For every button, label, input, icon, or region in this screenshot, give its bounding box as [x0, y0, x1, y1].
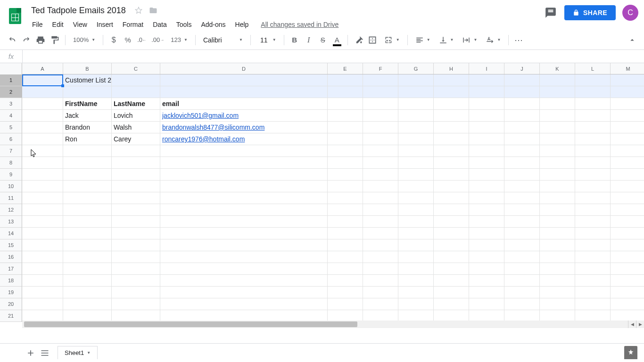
cell-H2[interactable]: [434, 86, 469, 98]
cell-K17[interactable]: [540, 263, 575, 275]
column-header-D[interactable]: D: [160, 63, 328, 74]
cell-F7[interactable]: [363, 145, 398, 157]
menu-addons[interactable]: Add-ons: [197, 19, 229, 30]
share-button[interactable]: SHARE: [564, 5, 616, 20]
cell-C20[interactable]: [112, 298, 160, 310]
cell-B10[interactable]: [63, 181, 112, 192]
cell-E14[interactable]: [328, 228, 363, 239]
cell-D7[interactable]: [160, 145, 328, 157]
text-wrap-button[interactable]: ▼: [458, 33, 481, 47]
cell-K5[interactable]: [540, 122, 575, 133]
cell-G7[interactable]: [398, 145, 434, 157]
cell-E16[interactable]: [328, 251, 363, 263]
cell-K11[interactable]: [540, 192, 575, 204]
cell-A10[interactable]: [22, 181, 63, 192]
paint-format-button[interactable]: [48, 33, 61, 47]
cell-G16[interactable]: [398, 251, 434, 263]
cell-E9[interactable]: [328, 169, 363, 181]
cell-D1[interactable]: [160, 74, 328, 86]
cell-A14[interactable]: [22, 228, 63, 239]
column-header-E[interactable]: E: [328, 63, 363, 74]
font-size-select[interactable]: 11▼: [255, 33, 280, 47]
cell-J14[interactable]: [504, 228, 540, 239]
cell-J20[interactable]: [504, 298, 540, 310]
cell-B15[interactable]: [63, 239, 112, 251]
cell-M18[interactable]: [611, 275, 644, 287]
cell-B17[interactable]: [63, 263, 112, 275]
row-header-12[interactable]: 12: [0, 204, 22, 216]
cell-K18[interactable]: [540, 275, 575, 287]
cell-M13[interactable]: [611, 216, 644, 228]
cell-K2[interactable]: [540, 86, 575, 98]
cell-E11[interactable]: [328, 192, 363, 204]
cell-E17[interactable]: [328, 263, 363, 275]
cell-B11[interactable]: [63, 192, 112, 204]
cell-H10[interactable]: [434, 181, 469, 192]
cell-C13[interactable]: [112, 216, 160, 228]
cell-D2[interactable]: [160, 86, 328, 98]
cell-C10[interactable]: [112, 181, 160, 192]
select-all-corner[interactable]: [0, 63, 22, 74]
cell-M14[interactable]: [611, 228, 644, 239]
cell-A8[interactable]: [22, 157, 63, 169]
cell-M6[interactable]: [611, 133, 644, 145]
cell-D11[interactable]: [160, 192, 328, 204]
cell-I3[interactable]: [469, 98, 504, 110]
cell-L18[interactable]: [575, 275, 611, 287]
save-status[interactable]: All changes saved in Drive: [261, 21, 339, 28]
cell-M16[interactable]: [611, 251, 644, 263]
cell-F10[interactable]: [363, 181, 398, 192]
cell-H7[interactable]: [434, 145, 469, 157]
cell-K7[interactable]: [540, 145, 575, 157]
cell-G12[interactable]: [398, 204, 434, 216]
horizontal-align-button[interactable]: ▼: [412, 33, 434, 47]
cell-K8[interactable]: [540, 157, 575, 169]
cell-D8[interactable]: [160, 157, 328, 169]
cell-F4[interactable]: [363, 110, 398, 122]
cell-G3[interactable]: [398, 98, 434, 110]
more-button[interactable]: ⋯: [512, 33, 526, 47]
cell-I15[interactable]: [469, 239, 504, 251]
cell-F11[interactable]: [363, 192, 398, 204]
cell-C16[interactable]: [112, 251, 160, 263]
cell-E3[interactable]: [328, 98, 363, 110]
cell-K9[interactable]: [540, 169, 575, 181]
cell-C15[interactable]: [112, 239, 160, 251]
cell-I6[interactable]: [469, 133, 504, 145]
cell-C8[interactable]: [112, 157, 160, 169]
cell-I11[interactable]: [469, 192, 504, 204]
zoom-select[interactable]: 100%▼: [69, 33, 99, 47]
horizontal-scroll-track[interactable]: [22, 321, 628, 328]
account-avatar[interactable]: C: [622, 5, 638, 21]
cell-K3[interactable]: [540, 98, 575, 110]
cell-D14[interactable]: [160, 228, 328, 239]
cell-B8[interactable]: [63, 157, 112, 169]
vertical-align-button[interactable]: ▼: [435, 33, 458, 47]
row-header-6[interactable]: 6: [0, 133, 22, 145]
menu-view[interactable]: View: [69, 19, 91, 30]
cell-B12[interactable]: [63, 204, 112, 216]
cell-D13[interactable]: [160, 216, 328, 228]
column-header-H[interactable]: H: [434, 63, 469, 74]
cell-B2[interactable]: [63, 86, 112, 98]
cell-C1[interactable]: [112, 74, 160, 86]
cell-B20[interactable]: [63, 298, 112, 310]
cell-L16[interactable]: [575, 251, 611, 263]
increase-decimal-button[interactable]: .00→: [149, 33, 166, 47]
cell-I16[interactable]: [469, 251, 504, 263]
cell-B13[interactable]: [63, 216, 112, 228]
cell-I10[interactable]: [469, 181, 504, 192]
cell-M4[interactable]: [611, 110, 644, 122]
cell-C17[interactable]: [112, 263, 160, 275]
sheets-logo[interactable]: [6, 4, 25, 28]
column-header-F[interactable]: F: [363, 63, 398, 74]
cell-G20[interactable]: [398, 298, 434, 310]
cell-B19[interactable]: [63, 287, 112, 298]
cell-G10[interactable]: [398, 181, 434, 192]
cell-L20[interactable]: [575, 298, 611, 310]
cell-A15[interactable]: [22, 239, 63, 251]
column-header-B[interactable]: B: [63, 63, 112, 74]
formula-input[interactable]: [23, 50, 644, 63]
cell-A7[interactable]: [22, 145, 63, 157]
cell-L15[interactable]: [575, 239, 611, 251]
